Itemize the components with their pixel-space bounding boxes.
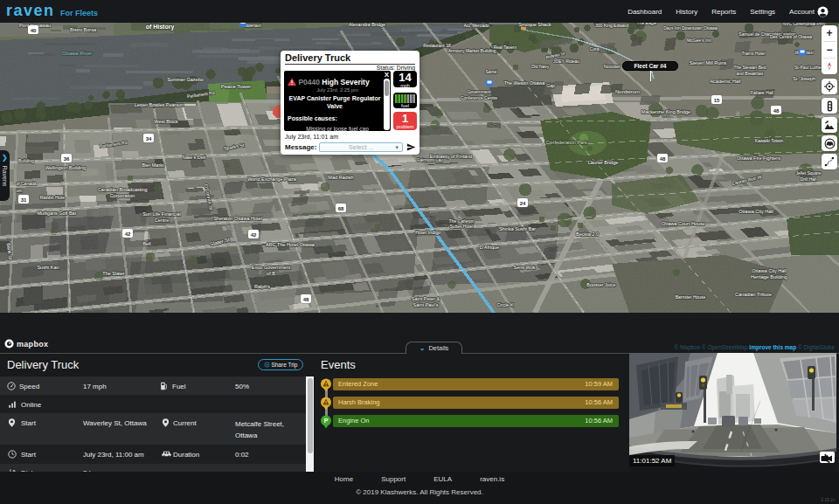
svg-text:Days Inn Downtown Ottawa: Days Inn Downtown Ottawa [663,25,718,31]
svg-text:300 King Edward: 300 King Edward [595,23,628,28]
svg-text:Rabbit Hole: Rabbit Hole [40,195,66,200]
svg-text:Laurier Bridge: Laurier Bridge [588,160,619,165]
svg-text:36: 36 [64,156,70,162]
svg-text:Trams Hotel: Trams Hotel [741,51,765,56]
svg-text:Drill Hall: Drill Hall [801,176,817,182]
svg-text:Mulligans Golf Bar: Mulligans Golf Bar [38,211,77,216]
svg-text:P: P [324,418,329,424]
svg-text:Sheraton Ottawa Hotel: Sheraton Ottawa Hotel [213,216,262,221]
svg-text:48: 48 [773,108,780,114]
svg-text:Shinka Sushi Bar: Shinka Sushi Bar [499,226,536,231]
svg-text:Ottawa City Hall: Ottawa City Hall [752,268,786,273]
svg-text:Novotel: Novotel [604,64,621,69]
svg-text:Ottawa Fire Fighters: Ottawa Fire Fighters [737,155,780,161]
svg-text:Expo Government: Expo Government [252,265,291,270]
svg-text:World Exchange Plaza: World Exchange Plaza [247,176,296,182]
svg-text:Ottawa Court House: Ottawa Court House [662,221,705,226]
svg-text:Des Centre of Ottawa: Des Centre of Ottawa [770,34,812,39]
svg-text:Wellington Building: Wellington Building [45,165,87,170]
svg-text:Nordstrom: Nordstrom [615,89,640,94]
svg-text:15: 15 [714,98,720,103]
svg-text:The Eagle: The Eagle [637,23,657,25]
svg-text:Peace Tower: Peace Tower [221,84,252,89]
svg-text:Sushi Kan: Sushi Kan [37,265,59,270]
svg-text:Kawaiki Totwin: Kawaiki Totwin [755,138,784,143]
svg-text:West Block: West Block [154,119,178,124]
svg-text:Smoque Shack: Smoque Shack [518,23,551,27]
svg-text:Ottawa River: Ottawa River [62,51,94,56]
svg-text:Armoury Market Building: Armoury Market Building [448,48,496,53]
svg-text:JOEY Rideau: JOEY Rideau [553,59,579,64]
svg-text:Mackenzie King Bridge: Mackenzie King Bridge [641,109,690,114]
svg-text:Government: Government [467,89,491,94]
svg-text:68: 68 [338,206,344,211]
svg-text:Corporation: Corporation [110,193,135,198]
svg-text:Beckta 2.0: Beckta 2.0 [576,231,599,237]
svg-text:42: 42 [251,232,257,238]
svg-text:Saint Peter &: Saint Peter & [412,296,440,301]
svg-text:31: 31 [21,197,27,203]
svg-text:Hotel Indigo: Hotel Indigo [415,230,440,235]
svg-text:Suites Hotel: Suites Hotel [450,224,474,229]
svg-text:of Canada: of Canada [16,181,36,186]
svg-text:Circle K: Circle K [496,302,514,307]
svg-text:Heritage Building: Heritage Building [751,274,787,280]
svg-text:42: 42 [125,231,131,237]
svg-text:The Stewart Bed: The Stewart Bed [733,65,766,70]
svg-text:ARC The Hotel Ottawa: ARC The Hotel Ottawa [266,242,315,247]
svg-text:Ottawa City Hall: Ottawa City Hall [738,209,773,214]
svg-text:McGee's Inn: McGee's Inn [687,38,711,43]
svg-text:and Breakfast: and Breakfast [737,71,764,76]
svg-text:Confederation Park: Confederation Park [545,140,587,145]
svg-text:Fabare Hall: Fabare Hall [751,90,773,95]
svg-text:Steven Mill Ruins: Steven Mill Ruins [690,60,727,66]
svg-text:The Westin Ottawa: The Westin Ottawa [504,80,546,86]
svg-text:Sun Life Financial: Sun Life Financial [142,211,181,217]
svg-text:NVC Ceremonial Pmy: NVC Ceremonial Pmy [783,23,826,26]
svg-text:Lester Bowles Pearson: Lester Bowles Pearson [135,102,184,107]
svg-text:St. Joseph: St. Joseph [793,76,815,81]
svg-text:Canadian Broadcasting: Canadian Broadcasting [97,187,147,192]
svg-text:34: 34 [146,136,152,142]
svg-text:Mad Radish: Mad Radish [328,175,353,180]
svg-text:um: um [17,188,23,193]
svg-text:Santé: Santé [485,69,496,74]
svg-text:Cora: Cora [590,46,600,52]
svg-text:Ralph's: Ralph's [254,284,270,289]
svg-text:Academic Hall: Academic Hall [710,79,740,84]
svg-text:Alexandra Bridge: Alexandra Bridge [349,23,385,27]
svg-text:Bier Markt: Bier Markt [142,162,164,168]
svg-text:Sens Wok: Sens Wok [514,265,536,270]
svg-text:Canadian Tribute: Canadian Tribute [735,292,772,297]
svg-text:St-Paul Luther: St-Paul Luther [794,65,822,70]
svg-text:NDHQ: NDHQ [488,122,501,128]
svg-text:of History: of History [146,24,175,31]
svg-text:Real Tavern: Real Tavern [494,45,517,50]
svg-text:Bell: Bell [142,241,150,246]
svg-text:Building: Building [18,158,34,163]
svg-text:The Slater: The Slater [102,271,125,276]
svg-text:Old Navy: Old Navy [531,64,550,69]
svg-text:40: 40 [31,28,37,33]
svg-text:Booster Juice: Booster Juice [586,282,615,287]
svg-text:Barrister House: Barrister House [676,294,706,300]
svg-text:Jellet Square: Jellet Square [795,170,821,176]
svg-text:48: 48 [660,156,666,162]
svg-text:Gap: Gap [546,83,555,88]
svg-text:48: 48 [303,297,309,302]
svg-text:Summer Gazebo: Summer Gazebo [167,77,204,82]
svg-text:24: 24 [520,201,526,206]
svg-text:D'Afrique: D'Afrique [480,245,499,250]
svg-text:Nate's Deli: Nate's Deli [183,155,205,160]
svg-text:of B: of B [267,271,275,276]
svg-text:Conference Centre: Conference Centre [461,95,497,100]
svg-text:Centre: Centre [155,217,170,223]
svg-text:Acc Mercado: Acc Mercado [463,23,489,28]
svg-text:Embassy of Finland: Embassy of Finland [430,154,472,159]
svg-text:Saint Paul's: Saint Paul's [413,302,439,307]
svg-text:Restaurant 18: Restaurant 18 [423,43,451,48]
svg-text:Bistro Borsa: Bistro Borsa [70,27,97,32]
